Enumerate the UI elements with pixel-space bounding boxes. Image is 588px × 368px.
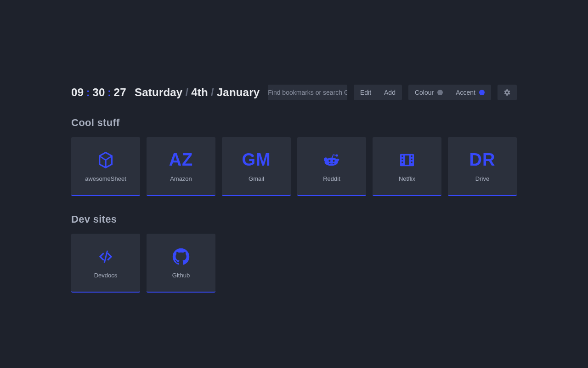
colour-swatch-icon	[437, 90, 443, 95]
tile-label: awesomeSheet	[85, 175, 126, 182]
bookmark-tile[interactable]: Reddit	[297, 137, 366, 196]
bookmark-tile[interactable]: AZAmazon	[147, 137, 215, 196]
settings-group	[498, 85, 517, 100]
bookmark-tile[interactable]: awesomeSheet	[71, 137, 140, 196]
date-month: January	[217, 86, 260, 99]
date: Saturday / 4th / January	[135, 86, 260, 99]
theme-group: Colour Accent	[408, 85, 491, 100]
tile-letters-text: DR	[469, 150, 496, 170]
clock-seconds: 27	[113, 86, 126, 99]
bookmark-tile[interactable]: GMGmail	[222, 137, 291, 196]
bookmark-grid: awesomeSheetAZAmazonGMGmailRedditNetflix…	[71, 137, 517, 196]
group-title: Dev sites	[71, 213, 517, 225]
group-title: Cool stuff	[71, 117, 517, 129]
tile-letters-text: AZ	[169, 150, 193, 170]
clock: 09 : 30 : 27	[71, 86, 126, 99]
bookmark-grid: DevdocsGithub	[71, 234, 517, 293]
bookmark-tile[interactable]: Devdocs	[71, 234, 140, 293]
add-button[interactable]: Add	[378, 85, 402, 100]
colour-button[interactable]: Colour	[408, 85, 449, 100]
tile-letters: GM	[242, 150, 271, 170]
gear-icon	[503, 89, 511, 96]
edit-button[interactable]: Edit	[354, 85, 378, 100]
tile-label: Amazon	[170, 175, 192, 182]
search-input[interactable]	[268, 85, 347, 100]
code-icon	[96, 247, 115, 266]
d20-icon	[96, 150, 115, 170]
settings-button[interactable]	[498, 85, 517, 100]
tile-letters: DR	[469, 150, 496, 170]
main-container: 09 : 30 : 27 Saturday / 4th / January Ed…	[71, 0, 517, 293]
bookmark-tile[interactable]: DRDrive	[448, 137, 517, 196]
tile-label: Netflix	[399, 175, 415, 182]
clock-separator: :	[86, 86, 90, 99]
edit-add-group: Edit Add	[354, 85, 402, 100]
film-icon	[397, 150, 417, 170]
bookmark-tile[interactable]: Netflix	[373, 137, 441, 196]
date-daynum: 4th	[191, 86, 208, 99]
search-wrapper	[268, 85, 347, 100]
accent-swatch-icon	[479, 90, 485, 95]
tile-label: Github	[172, 272, 190, 279]
accent-label: Accent	[456, 89, 475, 96]
tile-label: Gmail	[249, 175, 264, 182]
date-separator: /	[211, 86, 214, 99]
date-separator: /	[185, 86, 188, 99]
github-icon	[172, 247, 190, 266]
clock-hours: 09	[71, 86, 84, 99]
date-dayname: Saturday	[135, 86, 182, 99]
header-bar: 09 : 30 : 27 Saturday / 4th / January Ed…	[71, 85, 517, 100]
reddit-icon	[322, 150, 341, 170]
accent-button[interactable]: Accent	[449, 85, 491, 100]
colour-label: Colour	[415, 89, 434, 96]
tile-label: Drive	[475, 175, 489, 182]
bookmark-tile[interactable]: Github	[147, 234, 215, 293]
tile-label: Reddit	[323, 175, 340, 182]
clock-minutes: 30	[92, 86, 105, 99]
tile-letters: AZ	[169, 150, 193, 170]
tile-label: Devdocs	[94, 272, 118, 279]
tile-letters-text: GM	[242, 150, 271, 170]
clock-separator: :	[107, 86, 112, 99]
